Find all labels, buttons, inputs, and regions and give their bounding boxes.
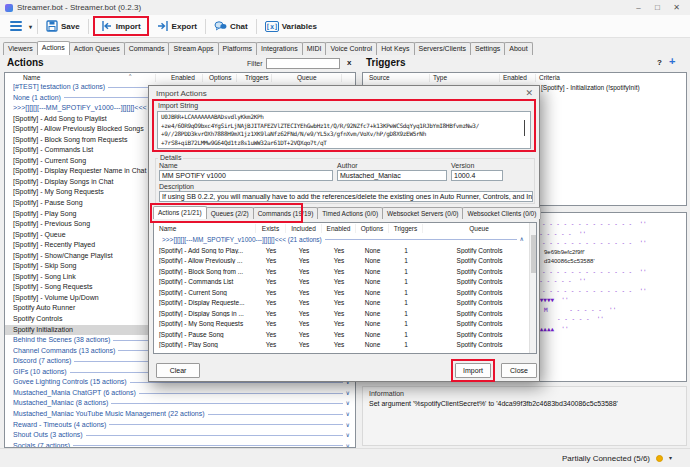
dialog-tab-websocket-servers-0-0[interactable]: Websocket Servers (0/0)	[382, 207, 463, 219]
table-row[interactable]: [Spotify] - Previous SongYesYesYesNone1S…	[154, 350, 536, 354]
filter-input[interactable]	[266, 58, 340, 69]
save-button[interactable]: Save	[40, 18, 86, 34]
column-header-name[interactable]: Name	[154, 224, 256, 233]
dialog-tab-websocket-clients-0-0[interactable]: Websocket Clients (0/0)	[462, 207, 541, 219]
action-row-label: Channel Commands (13 actions)	[13, 346, 115, 357]
table-row[interactable]: [Spotify] - Block Song from ...YesYesYes…	[154, 266, 536, 277]
maximize-button[interactable]: □	[648, 0, 667, 15]
action-row[interactable]: Socials (7 actions)∨	[5, 441, 355, 448]
tab-midi[interactable]: MIDI	[302, 42, 327, 55]
add-trigger-icon[interactable]: +	[669, 55, 675, 67]
chevron-down-icon[interactable]: ∨	[346, 398, 350, 409]
cell-triggers: 1	[389, 320, 423, 327]
tab-stream-apps[interactable]: Stream Apps	[168, 42, 218, 55]
table-row[interactable]: [Spotify] - Display Requeste...YesYesYes…	[154, 298, 536, 309]
tab-servers-clients[interactable]: Servers/Clients	[414, 42, 471, 55]
column-header-enabled[interactable]: Enabled	[503, 74, 527, 81]
clear-button[interactable]: Clear	[156, 363, 200, 378]
column-header-criteria[interactable]: Criteria	[539, 74, 560, 81]
close-button[interactable]: ✕	[667, 0, 686, 15]
table-row[interactable]: [Spotify] - Display Songs in ...YesYesYe…	[154, 308, 536, 319]
column-header-exists[interactable]: Exists	[256, 224, 286, 233]
column-header-triggers[interactable]: Triggers	[245, 74, 269, 81]
chevron-down-icon[interactable]: ∨	[346, 430, 350, 441]
description-field[interactable]: If using SB 0.2.2, you will manually hav…	[159, 191, 533, 202]
import-button[interactable]: Import	[99, 18, 143, 34]
chat-button[interactable]: Chat	[208, 18, 254, 34]
chevron-down-icon[interactable]: ∨	[346, 409, 350, 420]
chevron-down-icon[interactable]: ∨	[346, 420, 350, 431]
tab-commands[interactable]: Commands	[124, 42, 170, 55]
subaction-comment[interactable]: - - - - - ''	[557, 315, 604, 322]
table-row[interactable]: [Spotify] - My Song RequestsYesYesYesNon…	[154, 319, 536, 330]
table-row[interactable]: [Spotify] - Current SongYesYesYesNone1Sp…	[154, 287, 536, 298]
chevron-down-icon[interactable]: ∨	[346, 441, 350, 448]
column-header-source[interactable]: Source	[369, 74, 390, 81]
column-header-queue[interactable]: Queue	[423, 224, 536, 233]
tab-actions[interactable]: Actions	[37, 41, 70, 55]
subaction-comment[interactable]: M - - - - - ''	[544, 306, 616, 313]
column-header-options[interactable]: Options	[209, 74, 231, 81]
scrollbar-thumb[interactable]	[531, 235, 536, 273]
dialog-table-scrollbar[interactable]	[529, 223, 536, 353]
help-icon[interactable]: ?	[657, 58, 662, 67]
name-field[interactable]: MM SPOTiFY v1000	[159, 170, 333, 181]
action-row[interactable]: Mustached_Mania ChatGPT (6 actions)∨	[5, 388, 355, 399]
cell-enabled: Yes	[322, 320, 356, 327]
clear-filter-icon[interactable]: x	[347, 58, 351, 67]
version-field[interactable]: 1000.4	[451, 170, 503, 181]
table-row[interactable]: [Spotify] - Play SongYesYesYesNone1Spoti…	[154, 340, 536, 351]
menu-button[interactable]: ▾	[4, 19, 35, 33]
action-row-label: Socials (7 actions)	[13, 441, 70, 448]
tab-voice-control[interactable]: Voice Control	[325, 42, 377, 55]
cell-triggers: 1	[389, 247, 423, 254]
tab-about[interactable]: About	[504, 42, 532, 55]
table-row[interactable]: [Spotify] - Pause SongYesYesYesNone1Spot…	[154, 329, 536, 340]
action-row[interactable]: Reward - Timeouts (4 actions)∨	[5, 420, 355, 431]
chevron-down-icon[interactable]: ∨	[346, 388, 350, 399]
subaction-text[interactable]: 9e69b9efc2f9ff'	[544, 249, 585, 255]
subaction-comment[interactable]: - - - - - - ''	[532, 277, 586, 284]
dialog-tab-actions-21-21[interactable]: Actions (21/21)	[153, 206, 207, 219]
dialog-import-button[interactable]: Import	[455, 363, 491, 378]
group-row-line	[139, 393, 343, 394]
author-field[interactable]: Mustached_Maniac	[337, 170, 447, 181]
column-header-enabled[interactable]: Enabled	[171, 74, 195, 81]
minimize-button[interactable]: –	[629, 0, 648, 15]
column-header-included[interactable]: Included	[286, 224, 322, 233]
cell-enabled: Yes	[322, 257, 356, 264]
dialog-table-group-row[interactable]: >>>[][][][---MM_SPOTiFY_v1000---][][][]<…	[154, 234, 536, 245]
dialog-tab-commands-19-19[interactable]: Commands (19/19)	[253, 207, 319, 219]
export-button[interactable]: Export	[151, 18, 203, 34]
action-row[interactable]: Shout Outs (3 actions)∨	[5, 430, 355, 441]
dialog-tab-queues-2-2[interactable]: Queues (2/2)	[206, 207, 254, 219]
table-row[interactable]: [Spotify] - Add Song to Play...YesYesYes…	[154, 245, 536, 256]
subaction-comment[interactable]: - - - - - - ''	[532, 230, 586, 237]
chevron-down-icon[interactable]: ▾	[669, 454, 672, 461]
triggers-list-header: SourceTypeEnabledCriteria	[363, 73, 686, 83]
subaction-text[interactable]: d340086c5c53588'	[544, 258, 595, 264]
tab-platforms[interactable]: Platforms	[218, 42, 258, 55]
dialog-close-icon[interactable]: ✕	[525, 88, 533, 98]
import-string-textbox[interactable]: U0JBRR+LCAAAAAAABADsvdlyKkm2KPh+ze4/6OR9…	[157, 111, 531, 149]
action-row[interactable]: Mustached_Maniac (8 actions)∨	[5, 398, 355, 409]
tab-hot-keys[interactable]: Hot Keys	[376, 42, 414, 55]
column-header-name[interactable]: Name	[23, 74, 40, 81]
column-header-options[interactable]: Options	[356, 224, 389, 233]
column-header-queue[interactable]: Queue	[297, 74, 317, 81]
column-header-enabled[interactable]: Enabled	[322, 224, 356, 233]
tab-action-queues[interactable]: Action Queues	[69, 42, 125, 55]
tab-settings[interactable]: Settings	[470, 42, 505, 55]
dialog-title: Import Actions	[156, 89, 207, 98]
column-header-triggers[interactable]: Triggers	[389, 224, 423, 233]
table-row[interactable]: [Spotify] - Allow Previously ...YesYesYe…	[154, 256, 536, 267]
action-row[interactable]: Mustached_Maniac YouTube Music Managemen…	[5, 409, 355, 420]
tab-integrations[interactable]: Integrations	[256, 42, 303, 55]
variables-button[interactable]: [x] Variables	[259, 19, 323, 34]
table-row[interactable]: [Spotify] - Commands ListYesYesYesNone1S…	[154, 277, 536, 288]
tab-viewers[interactable]: Viewers	[3, 42, 38, 55]
dialog-tab-timed-actions-0-0[interactable]: Timed Actions (0/0)	[317, 207, 383, 219]
column-header-type[interactable]: Type	[433, 74, 447, 81]
toolbar-separator	[37, 19, 38, 34]
dialog-close-button[interactable]: Close	[501, 363, 537, 378]
